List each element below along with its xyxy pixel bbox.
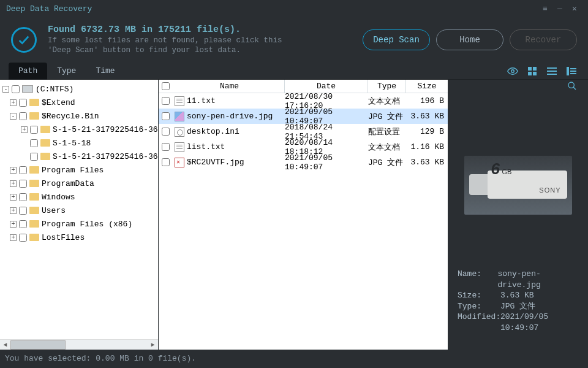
file-checkbox[interactable] [162,158,170,166]
file-icon [175,112,184,121]
tree-checkbox[interactable] [19,220,27,228]
file-row[interactable]: list.txt2020/08/14 18:18:12文本文档1.16 KB [159,139,448,155]
search-icon[interactable] [567,81,577,93]
tree-checkbox[interactable] [19,234,27,242]
meta-name-val: sony-pen-drive.jpg [498,269,578,290]
expand-icon[interactable]: + [10,207,17,214]
file-size: 3.63 KB [406,112,448,121]
tree-item[interactable]: +Program Files (x86) [0,217,158,231]
file-size: 129 B [406,127,448,136]
file-checkbox[interactable] [162,97,170,105]
file-row[interactable]: 11.txt2021/08/30 17:16:20文本文档196 B [159,93,448,109]
tree-checkbox[interactable] [19,112,27,120]
svg-rect-3 [528,72,532,75]
tree-item[interactable]: S-1-5-18 [0,136,158,150]
expand-icon[interactable]: + [10,194,17,201]
scroll-right-icon[interactable]: ► [148,340,158,350]
file-row[interactable]: $RC2UVTF.jpg2021/09/05 10:49:07JPG 文件3.6… [159,155,448,170]
expand-icon[interactable]: + [10,180,17,187]
tree-item[interactable]: +LostFiles [0,231,158,244]
tree-item[interactable]: +$Extend [0,96,158,109]
folder-icon [40,153,50,160]
col-size[interactable]: Size [406,80,448,93]
tab-path[interactable]: Path [9,63,47,80]
expand-icon[interactable]: + [10,99,17,106]
svg-point-0 [511,69,514,72]
tree-checkbox[interactable] [30,139,38,147]
home-button[interactable]: Home [436,29,503,50]
close-button[interactable]: ✕ [567,4,582,13]
meta-mod-key: Modified: [458,312,500,333]
hint-line-1: If some lost files are not found, please… [48,36,353,46]
tree-checkbox[interactable] [30,126,38,134]
col-name[interactable]: Name [175,80,285,93]
file-size: 3.63 KB [406,158,448,167]
header: Found 6732.73 MB in 175211 file(s). If s… [0,17,588,63]
tree-item[interactable]: +S-1-5-21-3179225416-36 [0,123,158,136]
expand-icon[interactable]: + [10,234,17,241]
col-type[interactable]: Type [368,80,406,93]
eye-icon[interactable] [507,66,518,77]
tree-item-label: Program Files [42,166,104,175]
file-checkbox[interactable] [162,143,170,151]
folder-icon [29,207,39,214]
file-row[interactable]: sony-pen-drive.jpg2021/09/05 10:49:07JPG… [159,109,448,124]
expand-icon[interactable]: + [10,167,17,174]
expand-icon[interactable]: + [10,221,17,228]
tree-checkbox[interactable] [19,180,27,188]
tree-item[interactable]: S-1-5-21-3179225416-36 [0,150,158,163]
file-name: $RC2UVTF.jpg [187,158,244,167]
tabs-row: Path Type Time [0,63,588,80]
svg-rect-2 [533,67,537,71]
file-type: JPG 文件 [368,111,406,122]
recover-button[interactable]: Recover [510,29,577,50]
svg-rect-4 [533,72,537,75]
file-name: list.txt [187,142,225,151]
menu-icon[interactable]: ≡ [538,4,552,13]
tree-item[interactable]: +Program Files [0,163,158,177]
folder-icon [29,234,39,241]
tree-item-label: S-1-5-21-3179225416-36 [53,152,158,161]
collapse-icon[interactable]: - [2,86,9,93]
file-size: 1.16 KB [406,142,448,151]
tree-item[interactable]: +Windows [0,190,158,204]
tree-checkbox[interactable] [12,85,20,93]
file-type: 配置设置 [368,126,406,137]
tree-checkbox[interactable] [19,99,27,107]
folder-icon [29,180,39,187]
grid-icon[interactable] [527,66,538,77]
collapse-icon[interactable]: - [10,113,17,120]
file-checkbox[interactable] [162,112,170,120]
list-icon[interactable] [546,66,557,77]
tree-item[interactable]: +Users [0,204,158,217]
scroll-thumb[interactable] [10,340,66,350]
tree-root[interactable]: - (C:NTFS) [0,82,158,96]
status-text: You have selected: 0.00 MB in 0 file(s). [5,354,196,363]
file-icon [175,142,184,152]
tree-checkbox[interactable] [19,166,27,174]
tree-checkbox[interactable] [30,153,38,161]
tree-scrollbar[interactable]: ◄ ► [0,339,158,350]
tab-type[interactable]: Type [47,63,86,80]
deep-scan-button[interactable]: Deep Scan [363,29,430,50]
file-row[interactable]: desktop.ini2018/08/24 21:54:43配置设置129 B [159,124,448,139]
tree-item[interactable]: +ProgramData [0,177,158,190]
tree-checkbox[interactable] [19,193,27,201]
file-checkbox[interactable] [162,128,170,136]
detail-icon[interactable] [566,66,577,77]
tree-panel: - (C:NTFS) +$Extend-$Recycle.Bin+S-1-5-2… [0,80,158,350]
tree-checkbox[interactable] [19,207,27,215]
file-size: 196 B [406,96,448,105]
folder-icon [29,166,39,174]
minimize-button[interactable]: — [552,4,567,13]
tree-item-label: LostFiles [42,233,85,242]
col-date[interactable]: Date [285,80,368,93]
tree-item[interactable]: -$Recycle.Bin [0,109,158,123]
svg-point-12 [568,82,574,88]
tree-root-label: (C:NTFS) [36,85,74,94]
scroll-left-icon[interactable]: ◄ [0,340,10,350]
tab-time[interactable]: Time [86,63,124,80]
meta-type-key: Type: [458,301,500,312]
expand-icon[interactable]: + [21,126,28,133]
select-all-checkbox[interactable] [162,82,170,90]
